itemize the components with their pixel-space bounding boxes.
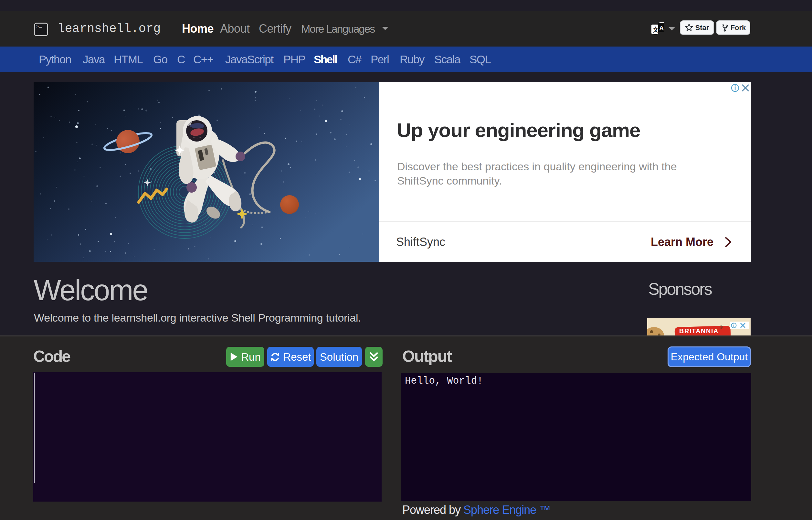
svg-text:文: 文 (652, 26, 659, 33)
svg-text:>: > (36, 24, 39, 29)
svg-text:A: A (659, 25, 664, 32)
